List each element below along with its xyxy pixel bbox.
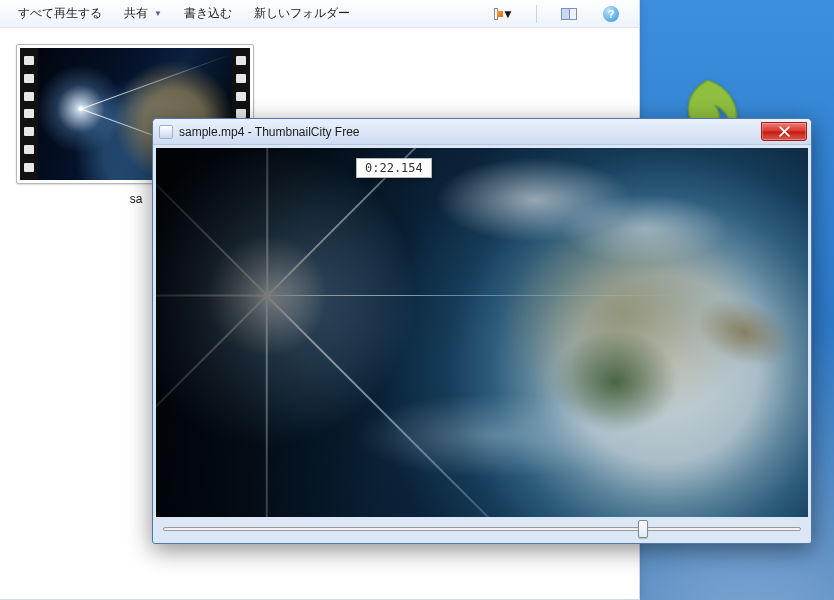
help-icon: ? xyxy=(603,6,619,22)
toolbar-share-label: 共有 xyxy=(124,5,148,22)
toolbar-play-all-label: すべて再生する xyxy=(18,5,102,22)
toolbar-new-folder-label: 新しいフォルダー xyxy=(254,5,350,22)
close-button[interactable] xyxy=(761,122,807,141)
preview-titlebar[interactable]: sample.mp4 - ThumbnailCity Free xyxy=(153,119,811,145)
toolbar-new-folder[interactable]: 新しいフォルダー xyxy=(254,5,350,22)
preview-title: sample.mp4 - ThumbnailCity Free xyxy=(179,125,360,139)
video-preview-area[interactable]: 0:22.154 xyxy=(156,148,808,517)
toolbar-share[interactable]: 共有▼ xyxy=(124,5,162,22)
seek-bar-row xyxy=(153,517,811,543)
seek-thumb[interactable] xyxy=(638,520,648,538)
chevron-down-icon: ▼ xyxy=(502,7,514,21)
explorer-toolbar: すべて再生する 共有▼ 書き込む 新しいフォルダー ▼ ? xyxy=(0,0,639,28)
toolbar-slideshow-button[interactable]: ▼ xyxy=(494,4,514,24)
preview-window: sample.mp4 - ThumbnailCity Free 0:22.154 xyxy=(152,118,812,544)
timestamp-tooltip: 0:22.154 xyxy=(356,158,432,178)
toolbar-burn[interactable]: 書き込む xyxy=(184,5,232,22)
toolbar-burn-label: 書き込む xyxy=(184,5,232,22)
seek-slider[interactable] xyxy=(161,520,803,538)
app-icon xyxy=(159,125,173,139)
separator xyxy=(536,5,537,23)
seek-track xyxy=(163,527,801,531)
chevron-down-icon: ▼ xyxy=(154,9,162,18)
toolbar-play-all[interactable]: すべて再生する xyxy=(18,5,102,22)
preview-pane-icon xyxy=(561,8,577,20)
toolbar-preview-pane-button[interactable] xyxy=(559,4,579,24)
toolbar-help-button[interactable]: ? xyxy=(601,4,621,24)
close-icon xyxy=(779,126,790,137)
slideshow-icon xyxy=(494,8,498,20)
